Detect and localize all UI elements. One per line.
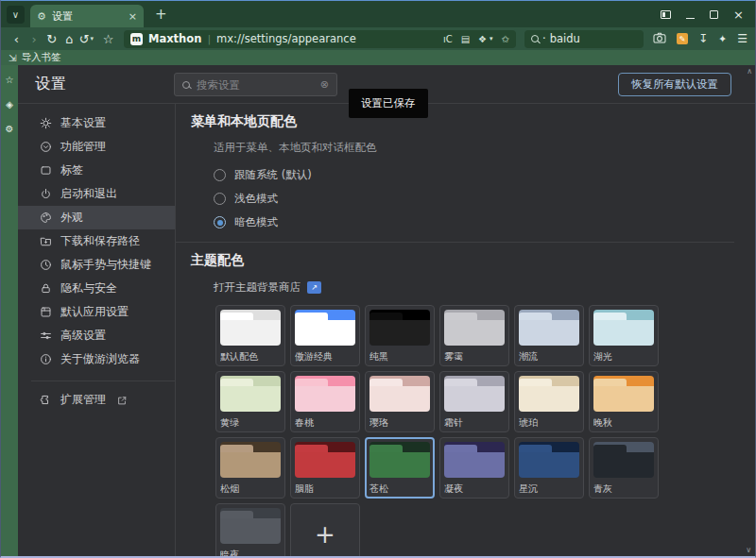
side-rail: ☆ ◈ ⚙: [1, 65, 18, 556]
theme-tile[interactable]: 湖光: [589, 305, 659, 366]
minimize-icon[interactable]: [686, 8, 695, 20]
theme-tile[interactable]: 雾霭: [439, 305, 509, 366]
swatch-body: [295, 452, 355, 478]
sidebar-item[interactable]: 高级设置: [18, 324, 175, 347]
rail-theme-icon[interactable]: ◈: [6, 99, 13, 110]
settings-search[interactable]: ⊗: [174, 73, 337, 96]
tab-settings[interactable]: ⚙ 设置 ×: [30, 5, 144, 27]
close-icon[interactable]: ×: [733, 8, 744, 20]
theme-name: 潮流: [519, 350, 579, 364]
note-icon[interactable]: ✎: [677, 33, 688, 44]
settings-search-input[interactable]: [197, 78, 314, 92]
sidebar-item[interactable]: 下载和保存路径: [18, 229, 175, 253]
back-icon[interactable]: ‹: [9, 33, 25, 45]
forward-icon[interactable]: ›: [26, 33, 43, 45]
sidebar-item[interactable]: 外观: [18, 206, 175, 229]
swatch-body: [220, 386, 281, 412]
search-engine-value[interactable]: baidu: [550, 32, 580, 45]
sidebar-item-extensions[interactable]: 扩展管理: [18, 388, 175, 412]
screenshot-camera-icon[interactable]: [653, 32, 666, 46]
rail-favorites-icon[interactable]: ☆: [6, 75, 14, 85]
swatch-tab: [519, 445, 552, 452]
sidebar-item-label: 隐私与安全: [60, 280, 117, 296]
theme-tile[interactable]: 璎珞: [365, 371, 435, 432]
side-panel-icon[interactable]: [661, 8, 671, 20]
radio-icon[interactable]: [214, 169, 226, 181]
import-bookmark-button[interactable]: 导入书签: [21, 51, 60, 64]
sidebar-item[interactable]: 关于傲游浏览器: [18, 347, 175, 371]
theme-name: 雾霭: [444, 350, 505, 364]
color-mode-options: 跟随系统 (默认) 浅色模式 暗色模式: [214, 163, 755, 234]
theme-tile[interactable]: 傲游经典: [290, 305, 360, 366]
theme-tile[interactable]: 青灰: [589, 437, 659, 499]
main-menu-icon[interactable]: ☰: [737, 32, 747, 45]
window-controls: ×: [661, 8, 744, 20]
theme-tile[interactable]: 琥珀: [514, 371, 584, 432]
theme-tile[interactable]: 苍松: [365, 437, 435, 499]
theme-tile[interactable]: +: [290, 503, 360, 556]
collect-icon[interactable]: ✩: [502, 34, 509, 44]
address-bar[interactable]: m Maxthon | mx://settings/appearance ıC …: [124, 30, 516, 48]
share-icon[interactable]: ❖: [478, 34, 487, 44]
search-engine-caret[interactable]: ·: [542, 32, 546, 45]
sidebar-item[interactable]: 功能管理: [18, 135, 175, 159]
read-aloud-icon[interactable]: ıC: [443, 34, 453, 44]
swatch-body: [444, 320, 505, 346]
theme-name: 凝夜: [444, 482, 505, 496]
reader-mode-icon[interactable]: ▤: [461, 34, 470, 44]
restore-defaults-button[interactable]: 恢复所有默认设置: [618, 73, 731, 96]
theme-tile[interactable]: 默认配色: [215, 305, 285, 366]
sidebar-item[interactable]: 基本设置: [18, 111, 175, 135]
theme-store-icon[interactable]: ↗: [307, 281, 321, 294]
sidebar-item-label: 下载和保存路径: [60, 233, 140, 249]
rail-settings-icon[interactable]: ⚙: [6, 124, 14, 134]
new-tab-button[interactable]: +: [155, 6, 167, 23]
theme-tile[interactable]: 黄绿: [215, 371, 285, 432]
sidebar-item[interactable]: 鼠标手势与快捷键: [18, 253, 175, 277]
theme-skin-icon[interactable]: ✦: [718, 33, 727, 45]
sidebar-item[interactable]: 隐私与安全: [18, 277, 175, 300]
refresh-icon[interactable]: ↻: [43, 33, 60, 45]
theme-tile[interactable]: 潮流: [514, 305, 584, 366]
sidebar-item-icon: [40, 235, 52, 247]
theme-tile[interactable]: 晚秋: [589, 371, 659, 432]
web-search-box[interactable]: · baidu: [524, 30, 644, 48]
theme-store-link[interactable]: 打开主题背景商店: [214, 280, 301, 295]
scroll-up-icon[interactable]: ∧: [747, 67, 752, 76]
maximize-icon[interactable]: [710, 8, 718, 20]
sidebar-item[interactable]: 标签: [18, 159, 175, 182]
sidebar-item-label: 默认应用设置: [60, 304, 129, 320]
radio-icon[interactable]: [214, 193, 226, 205]
theme-swatch: [593, 310, 654, 346]
pencil-icon: ✎: [679, 35, 686, 43]
sidebar-item[interactable]: 默认应用设置: [18, 300, 175, 324]
color-mode-option[interactable]: 跟随系统 (默认): [214, 163, 755, 187]
puzzle-icon: [40, 394, 52, 406]
theme-tile[interactable]: 春桃: [290, 371, 360, 432]
theme-tile[interactable]: 星沉: [514, 437, 584, 499]
tab-list-button[interactable]: ∨: [7, 6, 25, 24]
theme-name: 胭脂: [295, 482, 355, 496]
navigation-toolbar: ‹ › ↻ ⌂ ↺ ▾ ☆ m Maxthon | mx://settings/…: [1, 27, 755, 50]
theme-tile[interactable]: 凝夜: [439, 437, 509, 499]
url-text[interactable]: mx://settings/appearance: [216, 32, 438, 45]
favorite-star-icon[interactable]: ☆: [100, 33, 116, 45]
theme-tile[interactable]: 纯黑: [365, 305, 435, 366]
swatch-body: [593, 320, 654, 346]
tab-close-icon[interactable]: ×: [129, 10, 137, 23]
theme-tile[interactable]: 暗夜: [215, 503, 285, 556]
tab-bar: ∨ ⚙ 设置 × + ×: [1, 1, 755, 27]
color-mode-option[interactable]: 暗色模式: [214, 211, 755, 234]
theme-tile[interactable]: 松烟: [215, 437, 285, 499]
theme-swatch: [519, 310, 579, 346]
theme-tile[interactable]: 胭脂: [290, 437, 360, 499]
search-clear-icon[interactable]: ⊗: [320, 78, 329, 91]
color-mode-option[interactable]: 浅色模式: [214, 187, 755, 211]
download-icon[interactable]: ↧: [698, 32, 708, 45]
home-icon[interactable]: ⌂: [61, 33, 77, 45]
undo-icon[interactable]: ↺ ▾: [79, 33, 99, 45]
sidebar-item[interactable]: 启动和退出: [18, 182, 175, 206]
radio-label: 浅色模式: [234, 192, 278, 206]
theme-tile[interactable]: 霜针: [439, 371, 509, 432]
radio-icon[interactable]: [214, 216, 226, 228]
